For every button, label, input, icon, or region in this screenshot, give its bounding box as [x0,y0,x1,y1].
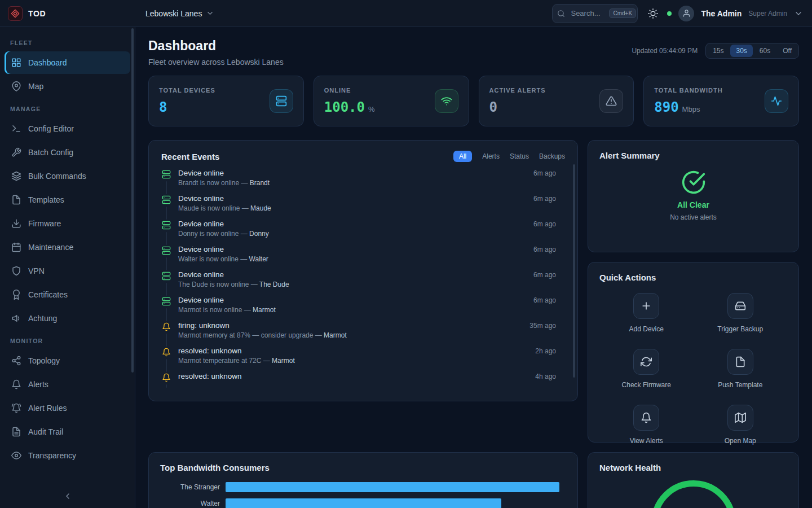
quick-actions-grid: Add Device Trigger Backup Check Firmware… [599,293,787,445]
sidebar-section-label: MANAGE [0,99,135,116]
stats-row: TOTAL DEVICES 8 ONLINE 100.0 % ACTIVE AL… [148,76,799,126]
org-switcher[interactable]: Lebowski Lanes [135,9,214,18]
event-time: 6m ago [533,169,556,177]
quick-action-push-template[interactable]: Push Template [694,349,788,389]
sidebar-item-alerts[interactable]: Alerts [5,373,130,396]
events-list: Device online 6m ago Brandt is now onlin… [161,169,565,395]
sidebar-item-label: Config Editor [28,124,74,133]
event-row: Device online 6m ago Marmot is now onlin… [161,296,556,321]
terminal-icon [11,124,21,134]
hard-drive-icon [735,300,746,312]
sidebar-item-alert-rules[interactable]: Alert Rules [5,397,130,419]
sidebar-item-label: Maintenance [28,243,73,252]
theme-toggle-button[interactable] [645,6,660,21]
sidebar-item-templates[interactable]: Templates [5,189,130,211]
quick-action-add-device[interactable]: Add Device [599,293,694,333]
sidebar-item-maintenance[interactable]: Maintenance [5,236,130,259]
event-title: Device online [178,245,224,253]
search-box[interactable]: Cmd+K [552,4,638,23]
layers-icon [11,171,21,181]
avatar[interactable] [678,6,694,21]
user-icon [682,9,691,17]
quick-action-label: Add Device [629,325,664,333]
bell-ring-icon [11,403,21,413]
bell-icon [162,322,171,331]
sidebar-item-bulk-commands[interactable]: Bulk Commands [5,165,130,187]
event-row: Device online 6m ago Brandt is now onlin… [161,169,556,194]
org-name: Lebowski Lanes [145,9,202,18]
sidebar-item-achtung[interactable]: Achtung [5,307,130,330]
events-tab-backups[interactable]: Backups [539,151,565,162]
event-row: Device online 6m ago Walter is now onlin… [161,245,556,270]
stat-label: ACTIVE ALERTS [489,87,546,94]
events-tab-all[interactable]: All [453,151,472,162]
app-logo-text: TOD [28,9,46,18]
sidebar-scrollbar[interactable] [131,28,134,373]
sidebar-item-certificates[interactable]: Certificates [5,283,130,306]
wrench-icon [11,147,21,157]
events-tab-alerts[interactable]: Alerts [482,151,500,162]
sidebar-item-label: Transparency [28,451,76,460]
refresh-option-off[interactable]: Off [777,45,797,57]
server-icon [162,221,171,230]
quick-action-check-firmware[interactable]: Check Firmware [599,349,694,389]
quick-action-trigger-backup[interactable]: Trigger Backup [694,293,788,333]
quick-action-label: View Alerts [630,437,663,445]
quick-action-view-alerts[interactable]: View Alerts [599,405,694,445]
sidebar-item-firmware[interactable]: Firmware [5,212,130,235]
user-role-badge: Super Admin [748,10,787,17]
page-title: Dashboard [148,38,284,54]
bell-icon [641,412,652,423]
sidebar-item-label: Topology [28,356,60,365]
sidebar-item-audit-trail[interactable]: Audit Trail [5,421,130,443]
server-icon [162,195,171,204]
timeline-connector [166,308,167,321]
events-tab-status[interactable]: Status [510,151,529,162]
stat-value: 0 [489,99,497,115]
event-title: Device online [178,194,224,203]
sidebar-section-label: FLEET [0,33,135,50]
stat-unit: Mbps [682,105,700,113]
sidebar: FLEET Dashboard Map MANAGE Config Editor… [0,27,135,508]
stat-card-total-devices: TOTAL DEVICES 8 [148,76,304,126]
event-title: Device online [178,296,224,304]
sidebar-item-map[interactable]: Map [5,75,130,98]
bell-icon [162,348,171,357]
event-description: Maude is now online — Maude [178,204,556,212]
updated-timestamp: Updated 05:44:09 PM [632,47,698,55]
sidebar-item-transparency[interactable]: Transparency [5,444,130,467]
user-name: The Admin [701,9,742,18]
sidebar-item-vpn[interactable]: VPN [5,260,130,282]
sidebar-item-topology[interactable]: Topology [5,349,130,372]
event-description: Marmot memory at 87% — consider upgrade … [178,331,556,339]
timeline-connector [166,384,167,388]
topbar-actions: Cmd+K The Admin Super Admin [552,4,812,23]
quick-actions-title: Quick Actions [599,273,656,282]
event-description: Marmot is now online — Marmot [178,306,556,314]
calendar-icon [11,242,21,252]
server-icon [276,95,287,107]
quick-action-open-map[interactable]: Open Map [694,405,788,445]
event-row: Device online 6m ago The Dude is now onl… [161,270,556,296]
stat-card-online: ONLINE 100.0 % [314,76,469,126]
quick-action-label: Open Map [725,437,756,445]
network-health-card: Network Health [588,452,799,508]
stat-label: TOTAL DEVICES [159,87,215,94]
sidebar-collapse-button[interactable] [0,488,135,505]
share-icon [11,356,21,366]
refresh-option-60s[interactable]: 60s [754,45,776,57]
refresh-option-30s[interactable]: 30s [730,45,752,57]
sidebar-item-batch-config[interactable]: Batch Config [5,141,130,164]
quick-action-label: Trigger Backup [717,325,763,333]
sidebar-item-config-editor[interactable]: Config Editor [5,117,130,140]
sidebar-item-dashboard[interactable]: Dashboard [5,51,130,74]
timeline-connector [166,359,167,372]
events-scrollbar[interactable] [573,164,575,378]
event-row: Device online 6m ago Maude is now online… [161,194,556,220]
timeline-connector [166,207,167,220]
search-input[interactable] [570,8,604,18]
event-time: 6m ago [533,296,556,304]
chevron-down-icon[interactable] [794,9,803,18]
bandwidth-card: Top Bandwidth Consumers The Stranger Wal… [148,452,578,508]
refresh-option-15s[interactable]: 15s [707,45,729,57]
